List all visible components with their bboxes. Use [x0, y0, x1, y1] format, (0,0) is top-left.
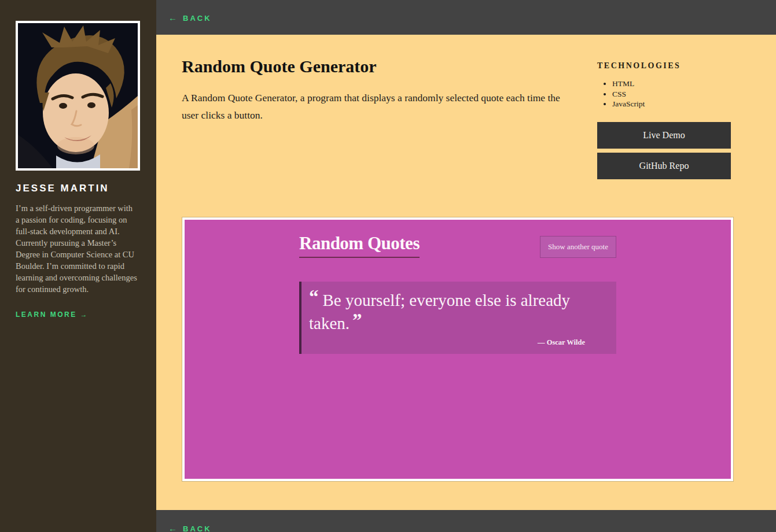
- back-label: BACK: [183, 524, 212, 532]
- project-description: A Random Quote Generator, a program that…: [182, 89, 574, 124]
- learn-more-link[interactable]: LEARN MORE →: [16, 311, 89, 319]
- project-content: Random Quote Generator A Random Quote Ge…: [156, 35, 776, 510]
- profile-bio: I’m a self-driven programmer with a pass…: [16, 202, 137, 295]
- back-link-bottom[interactable]: ←BACK: [168, 524, 212, 532]
- quote-text: “Be yourself; everyone else is already t…: [309, 289, 605, 335]
- left-arrow-icon: ←: [168, 523, 177, 532]
- technologies-heading: TECHNOLOGIES: [597, 61, 731, 71]
- portfolio-project-page: { "sidebar": { "name": "JESSE MARTIN", "…: [0, 0, 776, 532]
- main-column: ←BACK Random Quote Generator A Random Qu…: [156, 0, 776, 532]
- project-header-row: Random Quote Generator A Random Quote Ge…: [156, 35, 776, 179]
- technology-item: JavaScript: [612, 99, 731, 109]
- close-quote-mark: ”: [352, 310, 362, 331]
- project-info: Random Quote Generator A Random Quote Ge…: [182, 57, 574, 179]
- show-another-quote-button[interactable]: Show another quote: [540, 236, 616, 258]
- top-bar: ←BACK: [156, 0, 776, 35]
- back-link-top[interactable]: ←BACK: [168, 13, 212, 23]
- quote-body: Be yourself; everyone else is already ta…: [309, 291, 570, 332]
- demo-header: Random Quotes Show another quote: [299, 233, 616, 258]
- live-demo-button[interactable]: Live Demo: [597, 122, 731, 149]
- quote-box: “Be yourself; everyone else is already t…: [299, 282, 616, 354]
- profile-photo: [16, 21, 140, 171]
- portrait-illustration: [18, 23, 138, 168]
- quote-attribution: — Oscar Wilde: [309, 338, 585, 347]
- technology-item: HTML: [612, 79, 731, 89]
- footer-bar: ←BACK: [156, 510, 776, 532]
- left-arrow-icon: ←: [168, 13, 177, 23]
- open-quote-mark: “: [309, 286, 319, 307]
- project-title: Random Quote Generator: [182, 57, 574, 76]
- github-repo-button[interactable]: GitHub Repo: [597, 153, 731, 179]
- technology-item: CSS: [612, 89, 731, 99]
- demo-inner-container: Random Quotes Show another quote “Be you…: [299, 220, 616, 354]
- technologies-list: HTML CSS JavaScript: [597, 79, 731, 109]
- technologies-panel: TECHNOLOGIES HTML CSS JavaScript Live De…: [597, 57, 731, 179]
- back-label: BACK: [183, 14, 212, 23]
- embedded-demo-frame: Random Quotes Show another quote “Be you…: [182, 217, 733, 481]
- demo-title: Random Quotes: [299, 233, 420, 258]
- profile-name: JESSE MARTIN: [16, 183, 141, 194]
- sidebar: JESSE MARTIN I’m a self-driven programme…: [0, 0, 156, 532]
